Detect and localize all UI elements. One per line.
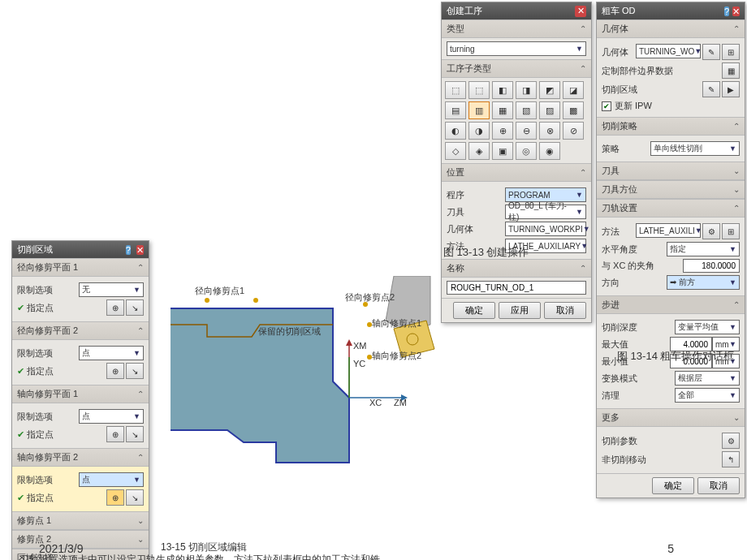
- section-subtype[interactable]: 工序子类型⌃: [442, 59, 591, 78]
- section-path-settings[interactable]: 刀轨设置⌃: [597, 199, 745, 218]
- subtype-icon[interactable]: ◎: [516, 142, 537, 160]
- subtype-icon[interactable]: ◪: [563, 81, 584, 99]
- section-tool-orient[interactable]: 刀具方位⌄: [597, 180, 745, 199]
- subtype-icon[interactable]: ▤: [445, 101, 466, 119]
- subtype-icon[interactable]: ◑: [468, 122, 490, 140]
- ok-button[interactable]: 确定: [652, 477, 694, 494]
- subtype-icon[interactable]: ⊖: [516, 122, 537, 140]
- footer-note: 刀轨设置选项卡中可以设定刀轨生成的相关参数，方法下拉列表框中的加工方法和铣: [19, 553, 380, 560]
- subtype-grid: ⬚⬚◧◨◩◪ ▤▥▦▧▨▩ ◐◑⊕⊖⊗⊘ ◇◈▣◎◉: [442, 78, 591, 163]
- point-picker-icon[interactable]: ⊕: [106, 299, 124, 316]
- xc-angle-input[interactable]: [683, 259, 740, 273]
- section-cut-strategy[interactable]: 切削策略⌃: [597, 117, 745, 136]
- axial-trim-1-label: 轴向修剪点1: [372, 318, 421, 328]
- point-picker-icon[interactable]: ⊕: [106, 363, 124, 379]
- geometry-select[interactable]: TURNING_WORKPI▼: [505, 222, 586, 236]
- svg-point-3: [363, 302, 368, 307]
- point-menu-icon[interactable]: ↘: [126, 489, 144, 506]
- close-icon[interactable]: ✕: [732, 6, 740, 16]
- cancel-button[interactable]: 取消: [544, 302, 586, 319]
- point-picker-icon[interactable]: ⊕: [106, 489, 124, 506]
- section-name[interactable]: 名称⌃: [442, 259, 591, 278]
- cleanup-select[interactable]: 全部▼: [675, 388, 740, 403]
- point-menu-icon[interactable]: ↘: [126, 363, 144, 379]
- method-new-icon[interactable]: ⊞: [722, 223, 740, 239]
- point-picker-icon[interactable]: ⊕: [106, 426, 124, 442]
- caption-13-13: 图 13-13 创建操作: [443, 245, 529, 260]
- caption-13-14: 图 13-14 粗车操作对话框: [617, 349, 734, 364]
- subtype-icon-selected[interactable]: ▥: [468, 101, 490, 119]
- section-axial-trim-1[interactable]: 轴向修剪平面 1⌃: [12, 385, 149, 403]
- section-tool[interactable]: 刀具⌄: [597, 162, 745, 180]
- section-radial-trim-1[interactable]: 径向修剪平面 1⌃: [12, 258, 149, 277]
- noncut-moves-icon[interactable]: ↰: [722, 451, 740, 467]
- xm-label: XM: [353, 341, 367, 351]
- section-geometry[interactable]: 几何体⌃: [597, 19, 745, 38]
- subtype-icon[interactable]: ⊗: [539, 122, 560, 140]
- subtype-icon[interactable]: ◈: [468, 142, 490, 160]
- subtype-icon[interactable]: ⬚: [445, 81, 466, 99]
- create-operation-dialog: 创建工序 ✕ 类型⌃ turning▼ 工序子类型⌃ ⬚⬚◧◨◩◪ ▤▥▦▧▨▩…: [441, 2, 592, 323]
- subtype-icon[interactable]: ◇: [445, 142, 466, 160]
- help-icon[interactable]: ?: [724, 6, 729, 16]
- specify-point-label: 指定点: [27, 303, 54, 312]
- edit-geometry-icon[interactable]: ✎: [702, 44, 720, 60]
- point-menu-icon[interactable]: ↘: [126, 299, 144, 316]
- section-position[interactable]: 位置⌃: [442, 163, 591, 182]
- cut-area-dialog: 切削区域 ? ✕ 径向修剪平面 1⌃ 限制选项无▼ ✔指定点⊕↘ 径向修剪平面 …: [11, 240, 149, 560]
- subtype-icon[interactable]: ◨: [516, 81, 537, 99]
- limit-select-r2[interactable]: 点▼: [79, 346, 144, 360]
- help-icon[interactable]: ?: [126, 245, 131, 255]
- update-ipw-checkbox[interactable]: ✔: [602, 101, 611, 111]
- close-icon[interactable]: ✕: [136, 245, 144, 255]
- type-select[interactable]: turning▼: [447, 41, 586, 56]
- subtype-icon[interactable]: ▧: [516, 101, 537, 119]
- dialog-title: 粗车 OD: [602, 5, 636, 17]
- apply-button[interactable]: 应用: [499, 302, 541, 319]
- section-axial-trim-2[interactable]: 轴向修剪平面 2⌃: [12, 448, 149, 467]
- subtype-icon[interactable]: ◩: [539, 81, 560, 99]
- svg-point-2: [253, 298, 258, 303]
- section-stepover[interactable]: 步进⌃: [597, 295, 745, 314]
- section-more[interactable]: 更多⌄: [597, 408, 745, 427]
- method-edit-icon[interactable]: ⚙: [702, 223, 720, 239]
- cancel-button[interactable]: 取消: [697, 477, 740, 494]
- boundary-icon[interactable]: ▦: [722, 62, 740, 79]
- limit-select-a2[interactable]: 点▼: [79, 472, 144, 487]
- cut-depth-select[interactable]: 变量平均值▼: [675, 320, 740, 334]
- subtype-icon[interactable]: ▩: [563, 101, 584, 119]
- dialog-title-bar: 创建工序 ✕: [442, 2, 591, 19]
- tool-select[interactable]: OD_80_L (车刀-柱)▼: [505, 205, 586, 219]
- cut-params-icon[interactable]: ⚙: [722, 433, 740, 449]
- cut-area-display-icon[interactable]: ▶: [722, 81, 740, 97]
- subtype-icon[interactable]: ⊕: [492, 122, 513, 140]
- new-geometry-icon[interactable]: ⊞: [722, 44, 740, 60]
- name-input[interactable]: [447, 281, 586, 295]
- section-trim-point-1[interactable]: 修剪点 1⌄: [12, 511, 149, 530]
- cut-area-diagram: 径向修剪点1 径向修剪点2 轴向修剪点1 轴向修剪点2 保留的切削区域 XM Y…: [162, 276, 463, 536]
- section-type[interactable]: 类型⌃: [442, 19, 591, 38]
- strategy-select[interactable]: 单向线性切削▼: [650, 141, 740, 156]
- subtype-icon[interactable]: ◧: [492, 81, 513, 99]
- subtype-icon[interactable]: ⊘: [563, 122, 584, 140]
- limit-select-a1[interactable]: 点▼: [79, 409, 144, 424]
- subtype-icon[interactable]: ◉: [539, 142, 560, 160]
- section-radial-trim-2[interactable]: 径向修剪平面 2⌃: [12, 321, 149, 340]
- point-menu-icon[interactable]: ↘: [126, 426, 144, 442]
- cut-area-edit-icon[interactable]: ✎: [702, 81, 720, 97]
- close-icon[interactable]: ✕: [575, 6, 586, 17]
- region-label: 保留的切削区域: [258, 326, 321, 336]
- method-select[interactable]: LATHE_AUXILI▼: [636, 223, 701, 238]
- level-angle-select[interactable]: 指定▼: [667, 242, 740, 256]
- subtype-icon[interactable]: ▣: [492, 142, 513, 160]
- geometry-select[interactable]: TURNING_WO▼: [636, 44, 701, 58]
- subtype-icon[interactable]: ◐: [445, 122, 466, 140]
- radial-trim-1-label: 径向修剪点1: [195, 286, 244, 295]
- subtype-icon[interactable]: ▦: [492, 101, 513, 119]
- change-mode-select[interactable]: 根据层▼: [675, 371, 740, 386]
- subtype-icon[interactable]: ⬚: [468, 81, 490, 99]
- svg-point-1: [205, 298, 209, 303]
- limit-select-r1[interactable]: 无▼: [79, 282, 144, 297]
- direction-select[interactable]: ➡ 前方▼: [667, 275, 740, 290]
- subtype-icon[interactable]: ▨: [539, 101, 560, 119]
